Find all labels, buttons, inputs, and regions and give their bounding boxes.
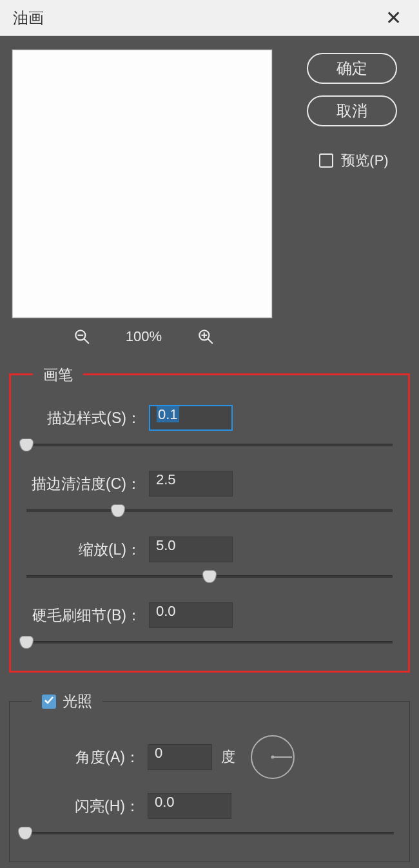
bristle-input[interactable]: 0.0 [149,602,233,628]
dialog-body: 100% 确定 取消 预览(P) 画笔 描边样式(S)： 0.1 [0,36,419,862]
light-legend-label: 光照 [63,691,92,711]
scale-input[interactable]: 5.0 [149,537,233,562]
button-column: 确定 取消 预览(P) [294,49,410,170]
ok-button[interactable]: 确定 [307,53,397,84]
brush-legend: 画笔 [33,365,83,385]
stroke-style-input[interactable]: 0.1 [149,405,233,431]
scale-slider[interactable] [26,569,393,584]
stroke-clean-label: 描边清洁度(C)： [26,474,149,494]
angle-unit: 度 [221,747,235,767]
shine-slider[interactable] [25,825,394,841]
zoom-controls: 100% [12,328,276,345]
scale-row: 缩放(L)： 5.0 [26,537,393,562]
brush-group: 画笔 描边样式(S)： 0.1 描边清洁度(C)： 2.5 缩放(L)： 5.0… [9,373,410,673]
shine-row: 闪亮(H)： 0.0 [25,793,394,819]
stroke-clean-input[interactable]: 2.5 [149,471,233,497]
angle-dial[interactable] [251,735,295,779]
preview-checkbox[interactable] [319,153,333,168]
stroke-style-label: 描边样式(S)： [26,408,149,428]
titlebar: 油画 ✕ [0,0,419,36]
preview-checkbox-row[interactable]: 预览(P) [319,151,388,170]
light-group: 光照 角度(A)： 0 度 闪亮(H)： 0.0 [9,701,410,862]
preview-column: 100% [9,49,294,345]
dialog-title: 油画 [13,8,44,28]
bristle-label: 硬毛刷细节(B)： [26,606,149,626]
stroke-clean-row: 描边清洁度(C)： 2.5 [26,471,393,497]
angle-row: 角度(A)： 0 度 [25,735,394,779]
angle-label: 角度(A)： [25,747,148,767]
stroke-clean-slider[interactable] [26,503,393,518]
stroke-style-row: 描边样式(S)： 0.1 [26,405,393,431]
preview-canvas[interactable] [12,49,273,319]
svg-line-1 [84,339,89,344]
shine-label: 闪亮(H)： [25,796,148,816]
bristle-row: 硬毛刷细节(B)： 0.0 [26,602,393,628]
shine-input[interactable]: 0.0 [148,793,231,819]
top-row: 100% 确定 取消 预览(P) [9,49,410,345]
stroke-style-slider[interactable] [26,437,393,453]
close-icon[interactable]: ✕ [380,8,406,28]
svg-line-4 [208,339,213,344]
preview-checkbox-label: 预览(P) [341,151,388,170]
zoom-out-icon[interactable] [73,328,90,345]
light-checkbox[interactable] [42,695,56,709]
scale-label: 缩放(L)： [26,540,149,560]
zoom-in-icon[interactable] [197,328,214,345]
light-legend: 光照 [32,691,102,711]
bristle-slider[interactable] [26,635,393,650]
cancel-button[interactable]: 取消 [307,95,397,126]
zoom-level: 100% [126,328,162,345]
angle-input[interactable]: 0 [148,744,212,770]
